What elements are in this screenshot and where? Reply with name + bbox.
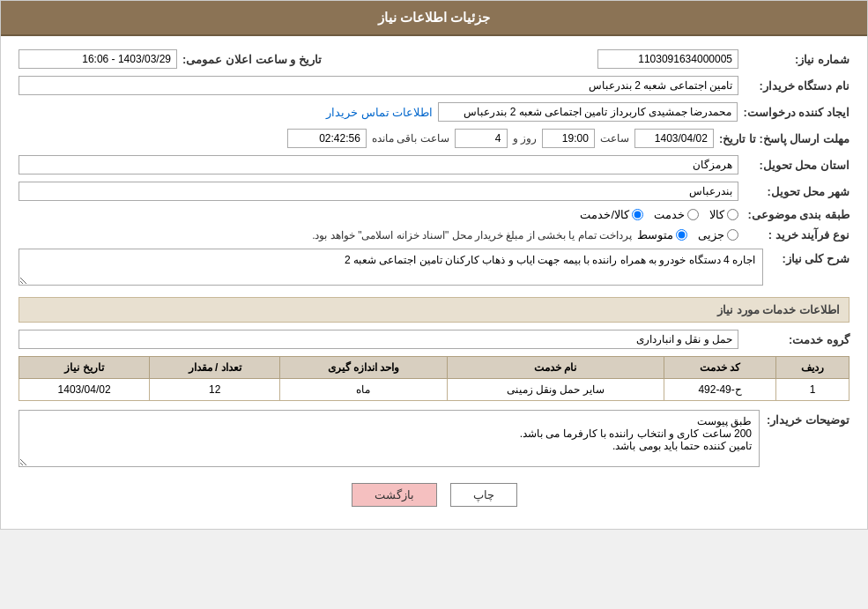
need-number-input[interactable] xyxy=(597,49,738,69)
category-radio-group: کالا خدمت کالا/خدمت xyxy=(580,208,738,221)
description-textarea[interactable] xyxy=(19,249,763,286)
description-label: شرح کلی نیاز: xyxy=(770,249,849,265)
buyer-notes-textarea[interactable] xyxy=(19,410,760,467)
table-row: 1ح-49-492سایر حمل ونقل زمینیماه121403/04… xyxy=(19,379,849,401)
category-radio-kala[interactable] xyxy=(727,209,738,220)
date-input[interactable] xyxy=(19,49,177,69)
province-input[interactable] xyxy=(19,155,738,175)
city-input[interactable] xyxy=(19,182,738,201)
col-name: نام خدمت xyxy=(447,357,664,379)
col-row: ردیف xyxy=(776,357,849,379)
cell-unit: ماه xyxy=(280,379,448,401)
row-province: استان محل تحویل: xyxy=(19,155,849,175)
category-option-kala: کالا xyxy=(709,208,738,221)
cell-date: 1403/04/02 xyxy=(19,379,150,401)
services-table: ردیف کد خدمت نام خدمت واحد اندازه گیری ت… xyxy=(19,356,849,401)
buyer-org-input[interactable] xyxy=(19,76,738,95)
row-service-group: گروه خدمت: xyxy=(19,330,849,349)
category-radio-both[interactable] xyxy=(632,209,643,220)
row-deadline: مهلت ارسال پاسخ: تا تاریخ: ساعت روز و سا… xyxy=(19,129,849,148)
purchase-type-label: نوع فرآیند خرید : xyxy=(744,228,849,241)
date-label: تاریخ و ساعت اعلان عمومی: xyxy=(182,53,322,66)
page-header: جزئیات اطلاعات نیاز xyxy=(1,1,867,36)
category-option-both: کالا/خدمت xyxy=(580,208,643,221)
row-buyer-org: نام دستگاه خریدار: xyxy=(19,76,849,95)
row-category: طبقه بندی موضوعی: کالا خدمت کالا/خدمت xyxy=(19,208,849,221)
purchase-label-motavaset: متوسط xyxy=(637,228,673,241)
deadline-remaining-input[interactable] xyxy=(287,129,367,148)
row-city: شهر محل تحویل: xyxy=(19,182,849,201)
description-container xyxy=(19,249,763,288)
content-area: شماره نیاز: تاریخ و ساعت اعلان عمومی: نا… xyxy=(1,36,867,529)
page-title: جزئیات اطلاعات نیاز xyxy=(378,10,490,25)
col-qty: تعداد / مقدار xyxy=(150,357,280,379)
col-date: تاریخ نیاز xyxy=(19,357,150,379)
city-label: شهر محل تحویل: xyxy=(744,185,849,198)
page-wrapper: جزئیات اطلاعات نیاز شماره نیاز: تاریخ و … xyxy=(0,0,868,530)
purchase-note: پرداخت تمام یا بخشی از مبلغ خریدار محل "… xyxy=(312,229,632,241)
purchase-option-jozii: جزیی xyxy=(698,228,738,241)
category-label-khedmat: خدمت xyxy=(654,208,685,221)
buyer-notes-container xyxy=(19,410,760,470)
row-creator: ایجاد کننده درخواست: اطلاعات تماس خریدار xyxy=(19,102,849,122)
creator-input[interactable] xyxy=(438,102,738,122)
purchase-radio-jozii[interactable] xyxy=(727,229,738,241)
cell-name: سایر حمل ونقل زمینی xyxy=(447,379,664,401)
purchase-option-motavaset: متوسط xyxy=(637,228,687,241)
remaining-label: ساعت باقی مانده xyxy=(372,132,449,145)
row-need-number: شماره نیاز: تاریخ و ساعت اعلان عمومی: xyxy=(19,49,849,69)
back-button[interactable]: بازگشت xyxy=(352,483,437,507)
print-button[interactable]: چاپ xyxy=(450,483,517,507)
buttons-row: چاپ بازگشت xyxy=(19,483,849,507)
category-label-both: کالا/خدمت xyxy=(580,208,629,221)
category-radio-khedmat[interactable] xyxy=(687,209,699,220)
purchase-radio-motavaset[interactable] xyxy=(676,229,687,241)
cell-row: 1 xyxy=(776,379,849,401)
purchase-radio-group: جزیی متوسط xyxy=(637,228,738,241)
contact-link[interactable]: اطلاعات تماس خریدار xyxy=(326,106,433,119)
deadline-time-input[interactable] xyxy=(542,129,595,148)
col-code: کد خدمت xyxy=(664,357,776,379)
category-label-kala: کالا xyxy=(709,208,724,221)
buyer-org-label: نام دستگاه خریدار: xyxy=(744,79,849,93)
purchase-label-jozii: جزیی xyxy=(698,228,724,241)
row-description: شرح کلی نیاز: xyxy=(19,249,849,288)
category-label: طبقه بندی موضوعی: xyxy=(744,208,849,221)
service-group-label: گروه خدمت: xyxy=(744,333,849,346)
deadline-date-input[interactable] xyxy=(634,129,714,148)
time-label: ساعت xyxy=(600,132,629,145)
services-section-title: اطلاعات خدمات مورد نیاز xyxy=(19,297,849,323)
buyer-notes-label: توضیحات خریدار: xyxy=(767,410,849,427)
day-label: روز و xyxy=(513,132,537,145)
row-purchase-type: نوع فرآیند خرید : جزیی متوسط پرداخت تمام… xyxy=(19,228,849,241)
cell-code: ح-49-492 xyxy=(664,379,776,401)
deadline-days-input[interactable] xyxy=(455,129,508,148)
service-group-input[interactable] xyxy=(19,330,738,349)
creator-label: ایجاد کننده درخواست: xyxy=(743,106,849,119)
row-buyer-notes: توضیحات خریدار: xyxy=(19,410,849,470)
province-label: استان محل تحویل: xyxy=(744,159,849,172)
deadline-label: مهلت ارسال پاسخ: تا تاریخ: xyxy=(719,132,849,145)
need-number-label: شماره نیاز: xyxy=(744,53,849,66)
cell-qty: 12 xyxy=(150,379,280,401)
col-unit: واحد اندازه گیری xyxy=(280,357,448,379)
category-option-khedmat: خدمت xyxy=(654,208,699,221)
